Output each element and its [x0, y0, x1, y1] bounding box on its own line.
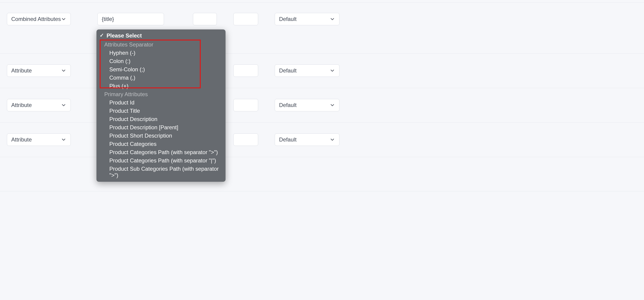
dropdown-option-product-description[interactable]: Product Description	[96, 115, 226, 123]
output-select-row-0[interactable]: Default	[275, 13, 340, 25]
type-select-label: Combined Attributes	[11, 16, 61, 22]
chevron-down-icon	[61, 68, 66, 73]
dropdown-option-product-id[interactable]: Product Id	[96, 98, 226, 107]
output-select-label: Default	[279, 67, 296, 74]
dropdown-option-product-categories-path-pipe[interactable]: Product Categories Path (with separator …	[96, 157, 226, 165]
suffix-input-row-2[interactable]	[233, 99, 258, 111]
suffix-input-row-3[interactable]	[233, 133, 258, 146]
dropdown-option-product-categories-path-gt[interactable]: Product Categories Path (with separator …	[96, 148, 226, 157]
prefix-input-row-0[interactable]	[193, 13, 217, 25]
dropdown-option-product-description-parent[interactable]: Product Description [Parent]	[96, 123, 226, 132]
attribute-dropdown-popup[interactable]: Please Select Attributes Separator Hyphe…	[96, 30, 226, 182]
type-select-row-0[interactable]: Combined Attributes	[7, 13, 71, 25]
type-select-row-2[interactable]: Attribute	[7, 99, 71, 111]
output-select-label: Default	[279, 16, 296, 22]
type-select-label: Attribute	[11, 67, 32, 74]
output-select-row-1[interactable]: Default	[275, 64, 340, 77]
output-select-row-3[interactable]: Default	[275, 133, 340, 146]
chevron-down-icon	[330, 137, 335, 142]
output-select-label: Default	[279, 102, 296, 108]
dropdown-option-colon[interactable]: Colon (:)	[96, 57, 226, 65]
dropdown-option-hyphen[interactable]: Hyphen (-)	[96, 49, 226, 57]
chevron-down-icon	[61, 137, 66, 142]
dropdown-option-semicolon[interactable]: Semi-Colon (;)	[96, 65, 226, 74]
dropdown-option-product-short-description[interactable]: Product Short Description	[96, 132, 226, 140]
type-select-label: Attribute	[11, 136, 32, 143]
dropdown-group-attributes-separator: Attributes Separator	[96, 41, 226, 49]
dropdown-option-product-title[interactable]: Product Title	[96, 107, 226, 115]
type-select-label: Attribute	[11, 102, 32, 108]
value-input-row-0[interactable]	[98, 13, 164, 25]
dropdown-selected-label: Please Select	[106, 32, 142, 40]
dropdown-option-please-select[interactable]: Please Select	[96, 31, 226, 41]
dropdown-option-comma[interactable]: Comma (,)	[96, 74, 226, 82]
dropdown-option-product-sub-categories-path-gt[interactable]: Product Sub Categories Path (with separa…	[96, 165, 226, 180]
suffix-input-row-1[interactable]	[233, 64, 258, 77]
output-select-row-2[interactable]: Default	[275, 99, 340, 111]
type-select-row-1[interactable]: Attribute	[7, 64, 71, 77]
suffix-input-row-0[interactable]	[233, 13, 258, 25]
chevron-down-icon	[61, 102, 66, 108]
dropdown-option-product-categories[interactable]: Product Categories	[96, 140, 226, 148]
dropdown-option-plus[interactable]: Plus (+)	[96, 82, 226, 90]
type-select-row-3[interactable]: Attribute	[7, 133, 71, 146]
chevron-down-icon	[330, 68, 335, 73]
chevron-down-icon	[330, 102, 335, 108]
output-select-label: Default	[279, 136, 296, 143]
chevron-down-icon	[61, 16, 66, 22]
dropdown-group-primary-attributes: Primary Attributes	[96, 90, 226, 98]
chevron-down-icon	[330, 16, 335, 22]
